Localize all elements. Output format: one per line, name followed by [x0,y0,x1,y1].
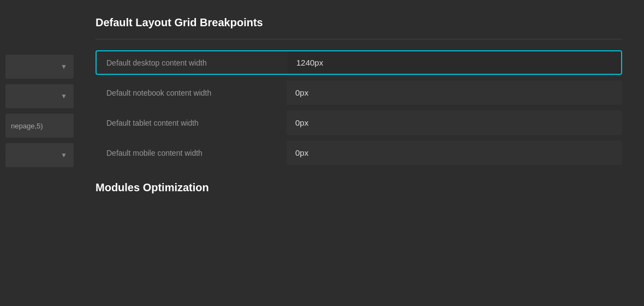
bottom-section: Modules Optimization [96,181,622,194]
setting-value-tablet[interactable]: 0px [287,110,622,135]
setting-value-mobile[interactable]: 0px [287,140,622,165]
section-divider [96,39,622,39]
setting-value-desktop[interactable]: 1240px [288,51,621,74]
setting-row-mobile[interactable]: Default mobile content width 0px [96,140,622,165]
sidebar-dropdown-1[interactable]: ▼ [5,55,74,79]
setting-label-notebook: Default notebook content width [96,81,287,105]
modules-optimization-title: Modules Optimization [96,181,622,194]
section-title: Default Layout Grid Breakpoints [96,16,622,29]
setting-label-tablet: Default tablet content width [96,111,287,135]
main-content: Default Layout Grid Breakpoints Default … [79,0,644,306]
sidebar-text-item[interactable]: nepage,5) [5,114,74,138]
sidebar-dropdown-2[interactable]: ▼ [5,84,74,108]
setting-row-tablet[interactable]: Default tablet content width 0px [96,110,622,135]
sidebar: ▼ ▼ nepage,5) ▼ [0,0,79,306]
sidebar-dropdown-3[interactable]: ▼ [5,143,74,167]
setting-row-notebook[interactable]: Default notebook content width 0px [96,80,622,105]
setting-row-desktop[interactable]: Default desktop content width 1240px [96,50,622,75]
settings-list: Default desktop content width 1240px Def… [96,50,622,165]
sidebar-text-label: nepage,5) [11,122,43,130]
setting-label-mobile: Default mobile content width [96,141,287,165]
setting-value-notebook[interactable]: 0px [287,80,622,105]
chevron-down-icon-2: ▼ [61,92,67,100]
chevron-down-icon-3: ▼ [61,151,67,159]
chevron-down-icon-1: ▼ [61,63,67,70]
page-container: ▼ ▼ nepage,5) ▼ Default Layout Grid Brea… [0,0,644,306]
setting-label-desktop: Default desktop content width [97,52,288,74]
